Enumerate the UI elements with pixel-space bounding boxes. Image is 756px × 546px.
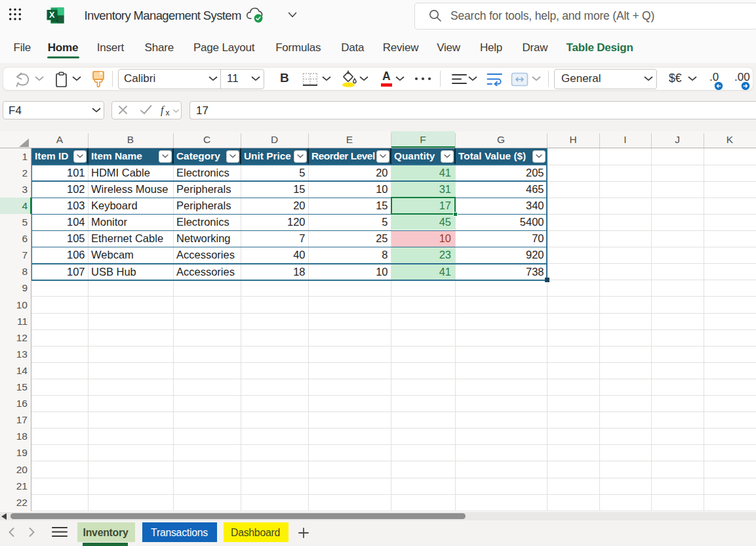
- svg-text:X: X: [49, 10, 55, 20]
